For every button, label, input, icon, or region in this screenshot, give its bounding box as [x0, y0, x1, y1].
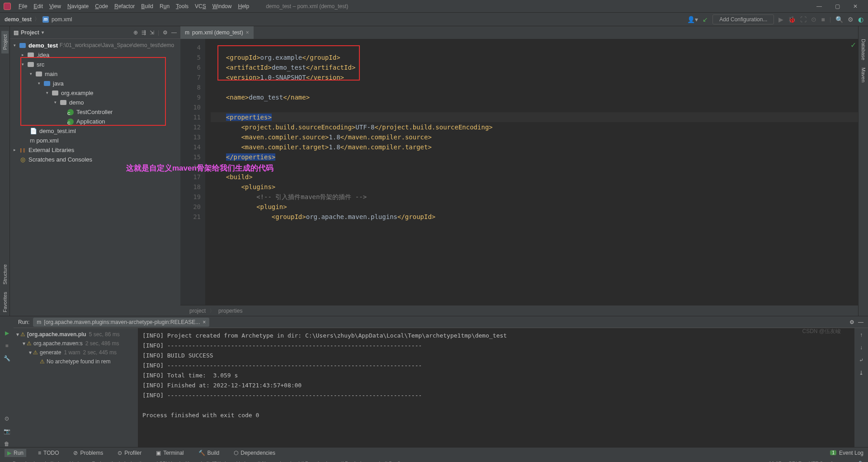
expand-icon[interactable]: ⇶	[142, 29, 146, 36]
run-task-root[interactable]: [org.apache.maven.plu	[27, 330, 86, 339]
tab-dependencies[interactable]: ⬡Dependencies	[231, 449, 278, 457]
tree-pom[interactable]: pom.xml	[36, 136, 58, 145]
build-button[interactable]: ↙	[703, 16, 708, 23]
menu-run[interactable]: Run	[156, 2, 173, 11]
breadcrumb-root[interactable]: demo_test	[5, 16, 32, 23]
editor-breadcrumb[interactable]: project〉properties	[180, 305, 858, 316]
tree-idea[interactable]: .idea	[37, 50, 49, 60]
menu-build[interactable]: Build	[138, 2, 156, 11]
console-output[interactable]: [INFO] Project created from Archetype in…	[138, 328, 854, 447]
menu-refactor[interactable]: Refactor	[111, 2, 138, 11]
tree-src[interactable]: src	[37, 60, 44, 69]
settings-icon[interactable]: ⚙	[163, 29, 168, 36]
sidebar-tab-project[interactable]: Project	[1, 31, 9, 53]
tree-iml[interactable]: demo_test.iml	[39, 126, 76, 136]
run-warning[interactable]: No archetype found in rem	[47, 357, 110, 366]
menu-edit[interactable]: Edit	[30, 2, 46, 11]
close-tab-icon[interactable]: ×	[203, 319, 206, 325]
tab-profiler[interactable]: ⊙Profiler	[115, 449, 144, 457]
menu-view[interactable]: View	[46, 2, 64, 11]
scroll-end-icon[interactable]: ⤓	[859, 370, 863, 376]
project-folder-icon: ▤	[14, 29, 19, 36]
window-title: demo_test – pom.xml (demo_test)	[252, 3, 810, 10]
soft-wrap-icon[interactable]: ⤶	[859, 357, 863, 363]
tree-project-root[interactable]: demo_test	[28, 41, 58, 50]
menu-tools[interactable]: Tools	[173, 2, 192, 11]
project-header: ▤Project ▾ ⊕ ⇶ ⇲ | ⚙ —	[10, 26, 180, 39]
tree-external[interactable]: External Libraries	[28, 145, 74, 155]
tab-problems[interactable]: ⊘Problems	[71, 449, 106, 457]
minimize-button[interactable]: —	[810, 3, 828, 10]
sidebar-tab-maven[interactable]: Maven	[860, 64, 867, 86]
terminal-icon: ▣	[156, 450, 161, 456]
run-tree[interactable]: ▾⚠[org.apache.maven.plu5 sec, 86 ms ▾⚠or…	[14, 328, 138, 447]
analysis-ok-icon[interactable]: ✓	[850, 41, 856, 49]
run-task-generate[interactable]: generate	[40, 348, 61, 357]
file-icon: 📄	[30, 128, 37, 134]
code-area[interactable]: 456789101112131415161718192021 <groupId>…	[180, 39, 858, 305]
editor-tab-pom[interactable]: m pom.xml (demo_test) ×	[180, 26, 254, 39]
debug-button[interactable]: 🐞	[788, 16, 796, 23]
run-settings-icon[interactable]: ⚙	[849, 319, 854, 325]
pin-icon[interactable]: ⊙	[5, 415, 9, 422]
hide-icon[interactable]: —	[171, 29, 177, 36]
status-bar: ▢ Download pre-built shared indexes: Red…	[0, 458, 868, 462]
tab-build[interactable]: 🔨Build	[196, 449, 222, 457]
run-label: Run:	[18, 319, 29, 325]
camera-icon[interactable]: 📷	[4, 428, 10, 434]
search-button[interactable]: 🔍	[835, 16, 843, 23]
run-hide-icon[interactable]: —	[858, 319, 863, 325]
run-button[interactable]: ▶	[778, 16, 783, 23]
collapse-icon[interactable]: ⇲	[150, 29, 154, 36]
menu-bar: File Edit View Navigate Code Refactor Bu…	[0, 0, 868, 13]
wrench-icon[interactable]: 🔧	[4, 355, 10, 362]
up-icon[interactable]: ↑	[860, 332, 863, 338]
run-task-maven[interactable]: org.apache.maven:s	[33, 339, 83, 348]
menu-help[interactable]: Help	[235, 2, 252, 11]
stop-icon[interactable]: ■	[5, 343, 8, 349]
ide-features-icon[interactable]: ◐	[858, 16, 863, 23]
maximize-button[interactable]: ▢	[828, 3, 846, 10]
run-tab[interactable]: m [org.apache.maven.plugins:maven-archet…	[33, 318, 209, 327]
sidebar-tab-favorites[interactable]: Favorites	[1, 288, 9, 316]
tree-demo[interactable]: demo	[69, 98, 84, 107]
tree-package[interactable]: org.example	[61, 88, 94, 98]
tab-eventlog[interactable]: 1Event Log	[830, 450, 863, 456]
trash-icon[interactable]: 🗑	[4, 441, 9, 447]
locate-icon[interactable]: ⊕	[133, 29, 138, 36]
tree-scratches[interactable]: Scratches and Consoles	[28, 155, 92, 164]
menu-navigate[interactable]: Navigate	[64, 2, 92, 11]
down-icon[interactable]: ↓	[860, 344, 863, 351]
project-tree[interactable]: ▾demo_test F:\01_workspace\Java_Space\de…	[10, 39, 180, 164]
close-button[interactable]: ✕	[846, 3, 864, 10]
status-lock-icon[interactable]: 🔒	[857, 461, 863, 462]
menu-window[interactable]: Window	[209, 2, 235, 11]
tab-run[interactable]: ▶Run	[5, 449, 26, 457]
run-configuration-selector[interactable]: Add Configuration...	[712, 14, 774, 24]
tree-testcontroller[interactable]: TestController	[76, 107, 113, 117]
menu-file[interactable]: File	[15, 2, 30, 11]
annotation-text: 这就是自定义maven骨架给我们生成的代码	[126, 163, 274, 173]
problems-icon: ⊘	[73, 450, 78, 456]
user-icon[interactable]: 👤▾	[687, 16, 698, 23]
stop-button[interactable]: ■	[821, 16, 825, 23]
sidebar-tab-database[interactable]: Database	[860, 35, 867, 64]
play-icon: ▶	[7, 450, 11, 456]
tab-todo[interactable]: ≡TODO	[35, 449, 61, 457]
settings-button[interactable]: ⚙	[848, 16, 854, 23]
menu-vcs[interactable]: VCS	[192, 2, 209, 11]
tree-main[interactable]: main	[45, 69, 57, 79]
profile-button[interactable]: ⊙	[811, 16, 816, 23]
coverage-button[interactable]: ⛶	[800, 16, 807, 23]
rerun-icon[interactable]: ▶	[5, 330, 9, 336]
right-gutter: Database Maven	[858, 26, 868, 316]
tree-application[interactable]: Application	[76, 117, 105, 126]
breadcrumb-file[interactable]: pom.xml	[52, 16, 72, 23]
breadcrumb[interactable]: demo_test 〉 m pom.xml	[5, 15, 72, 23]
status-icon[interactable]: ▢	[5, 461, 9, 462]
menu-code[interactable]: Code	[92, 2, 111, 11]
tree-java[interactable]: java	[53, 79, 64, 88]
close-tab-icon[interactable]: ×	[246, 29, 249, 36]
tab-terminal[interactable]: ▣Terminal	[153, 449, 186, 457]
sidebar-tab-structure[interactable]: Structure	[1, 261, 9, 288]
